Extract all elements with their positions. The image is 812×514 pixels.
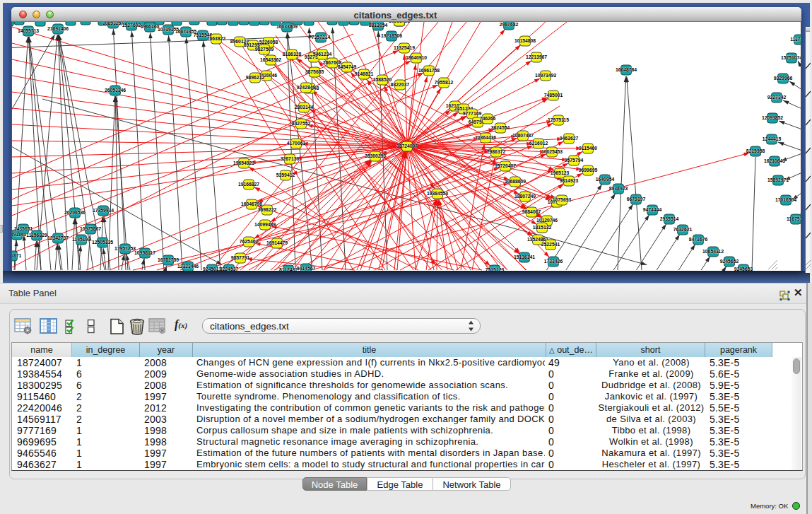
svg-text:11325419: 11325419 (394, 45, 415, 50)
svg-text:6216012: 6216012 (529, 141, 548, 146)
svg-text:7986372: 7986372 (487, 149, 506, 154)
svg-text:9463627: 9463627 (560, 136, 579, 141)
svg-text:9245652: 9245652 (720, 259, 739, 264)
svg-text:10975867: 10975867 (80, 226, 101, 231)
svg-text:9896212: 9896212 (246, 75, 265, 80)
svg-text:15751074: 15751074 (781, 55, 801, 60)
svg-text:3698222: 3698222 (258, 207, 277, 212)
svg-text:2935514: 2935514 (660, 216, 679, 221)
svg-text:9699695: 9699695 (579, 168, 598, 173)
svg-text:16914479: 16914479 (266, 240, 288, 245)
svg-text:16648784: 16648784 (616, 67, 637, 72)
svg-text:15720407: 15720407 (495, 163, 516, 168)
svg-text:8224537: 8224537 (220, 267, 239, 271)
svg-text:1815132: 1815132 (533, 225, 552, 230)
svg-text:1527602: 1527602 (122, 23, 141, 28)
svg-text:10025453: 10025453 (541, 149, 563, 154)
svg-text:9391871: 9391871 (12, 253, 21, 258)
svg-text:10961758: 10961758 (389, 22, 410, 23)
svg-text:1167534: 1167534 (787, 216, 801, 221)
svg-text:1117345: 1117345 (790, 37, 801, 42)
svg-text:16782759: 16782759 (158, 257, 179, 262)
svg-text:14055713: 14055713 (18, 28, 39, 33)
svg-text:9777169: 9777169 (463, 111, 482, 116)
svg-text:16961758: 16961758 (418, 68, 440, 73)
svg-text:7515123: 7515123 (486, 267, 505, 271)
svg-text:19384554: 19384554 (427, 191, 448, 196)
svg-text:10807487: 10807487 (512, 133, 534, 138)
svg-text:1588520: 1588520 (373, 77, 392, 82)
svg-text:2803144: 2803144 (295, 105, 314, 110)
svg-text:14099489: 14099489 (254, 222, 276, 227)
svg-text:11156829: 11156829 (26, 233, 47, 238)
svg-text:15136141: 15136141 (514, 255, 535, 259)
svg-text:6679197: 6679197 (627, 197, 646, 201)
svg-text:10958117: 10958117 (134, 250, 155, 255)
svg-text:8454749: 8454749 (338, 64, 357, 69)
svg-text:1965123: 1965123 (551, 170, 570, 175)
svg-text:17359934: 17359934 (93, 208, 114, 213)
svg-text:7663822: 7663822 (207, 36, 226, 41)
svg-text:9242849: 9242849 (297, 85, 316, 90)
svg-text:7625402: 7625402 (240, 239, 259, 244)
svg-text:9245653: 9245653 (734, 267, 753, 271)
svg-text:1244415: 1244415 (763, 136, 782, 141)
svg-text:16543362: 16543362 (260, 57, 281, 62)
svg-text:7955812: 7955812 (435, 80, 454, 85)
svg-text:2522541: 2522541 (541, 242, 560, 247)
svg-text:9329966: 9329966 (774, 76, 793, 81)
svg-text:9414567: 9414567 (297, 266, 316, 271)
svg-text:10654112: 10654112 (702, 249, 724, 254)
svg-text:10688609: 10688609 (505, 179, 526, 184)
svg-text:26053346: 26053346 (105, 88, 126, 93)
svg-text:3267130: 3267130 (281, 156, 300, 161)
svg-text:3624554: 3624554 (491, 125, 510, 130)
svg-text:10154808: 10154808 (514, 38, 536, 43)
svg-text:9575794: 9575794 (565, 158, 584, 163)
svg-text:6966160: 6966160 (141, 24, 160, 29)
svg-text:12342737: 12342737 (47, 235, 69, 240)
svg-text:3875685: 3875685 (305, 69, 324, 74)
svg-text:19166827: 19166827 (238, 182, 259, 187)
svg-text:8938923: 8938923 (609, 186, 628, 191)
svg-text:8322037: 8322037 (391, 82, 410, 87)
svg-text:12213967: 12213967 (526, 54, 547, 59)
svg-text:9146821: 9146821 (355, 71, 374, 76)
svg-text:7357214: 7357214 (312, 35, 331, 40)
svg-text:5461234: 5461234 (313, 52, 332, 57)
svg-text:5359412: 5359412 (276, 173, 295, 177)
svg-text:9814923: 9814923 (560, 178, 579, 183)
svg-text:9827509: 9827509 (255, 47, 274, 52)
svg-text:12323446: 12323446 (177, 264, 199, 269)
svg-text:10853257: 10853257 (102, 22, 124, 25)
svg-text:19218506: 19218506 (381, 33, 402, 38)
svg-text:9474444: 9474444 (643, 207, 662, 212)
svg-text:28300293: 28300293 (365, 153, 386, 158)
svg-text:16033809: 16033809 (276, 24, 298, 29)
svg-text:8471676: 8471676 (689, 237, 708, 242)
svg-text:2987682: 2987682 (500, 22, 519, 27)
svg-text:15892971: 15892971 (767, 177, 789, 182)
svg-text:1640954: 1640954 (596, 177, 615, 182)
svg-text:9227342: 9227342 (767, 95, 787, 100)
svg-text:8112437: 8112437 (279, 267, 298, 271)
svg-text:16210643: 16210643 (764, 158, 785, 163)
svg-text:10973493: 10973493 (535, 73, 556, 78)
svg-text:1435051: 1435051 (14, 226, 33, 231)
svg-text:7632621: 7632621 (673, 227, 693, 232)
svg-text:19654923: 19654923 (233, 160, 254, 165)
svg-text:5226058: 5226058 (259, 40, 278, 45)
svg-text:9115460: 9115460 (579, 146, 597, 151)
svg-text:20364436: 20364436 (475, 135, 496, 140)
svg-text:1145193: 1145193 (72, 237, 90, 242)
svg-text:20206536: 20206536 (64, 210, 86, 215)
svg-text:8215958: 8215958 (746, 148, 765, 153)
svg-text:7485001: 7485001 (544, 93, 563, 98)
svg-text:17975115: 17975115 (548, 117, 569, 122)
svg-text:18640910: 18640910 (406, 55, 427, 60)
svg-text:8427552: 8427552 (292, 121, 311, 126)
svg-text:18807249: 18807249 (514, 194, 536, 199)
svg-text:12093852: 12093852 (762, 115, 783, 120)
svg-text:21691406: 21691406 (47, 26, 69, 31)
svg-text:12505135: 12505135 (92, 240, 113, 245)
